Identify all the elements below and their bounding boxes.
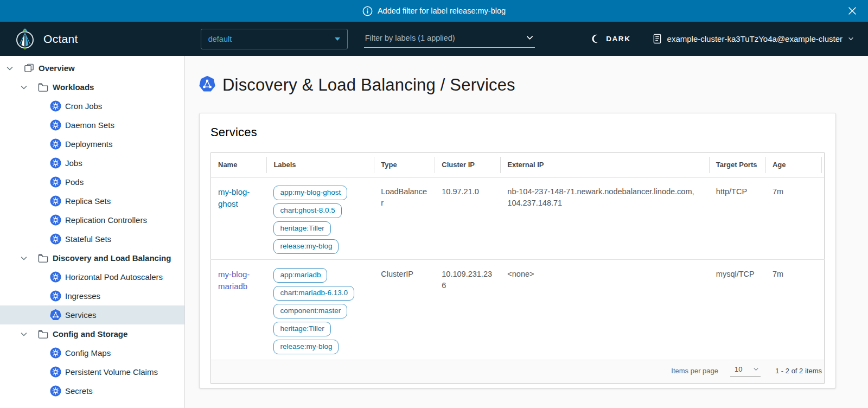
service-type: LoadBalancer <box>374 177 435 260</box>
sidebar-item-persistent-volume-claims[interactable]: Persistent Volume Claims <box>0 362 184 381</box>
sidebar-item-label: Persistent Volume Claims <box>65 367 158 377</box>
sidebar-item-label: Cron Jobs <box>65 101 102 111</box>
sidebar-item-workloads[interactable]: Workloads <box>0 78 184 97</box>
caret-down-icon[interactable] <box>20 83 28 92</box>
label-chip[interactable]: release:my-blog <box>273 239 339 254</box>
k8s-replicaset-icon <box>50 195 61 207</box>
info-circle-icon <box>362 6 373 16</box>
table-row: my-blog-mariadbapp:mariadbchart:mariadb-… <box>211 260 825 360</box>
label-chip[interactable]: heritage:Tiller <box>273 322 330 336</box>
label-chip[interactable]: release:my-blog <box>273 340 339 354</box>
theme-toggle-label: DARK <box>606 35 630 43</box>
notification-message: Added filter for label release:my-blog <box>378 7 506 15</box>
sidebar-item-jobs[interactable]: Jobs <box>0 154 184 173</box>
sidebar-item-label: Replica Sets <box>65 196 111 206</box>
label-filter-text: Filter by labels (1 applied) <box>365 34 455 42</box>
service-name-link[interactable]: my-blog-mariadb <box>218 270 250 291</box>
pagination-range: 1 - 2 of 2 items <box>775 367 822 375</box>
folder-icon <box>37 328 49 340</box>
k8s-ingress-icon <box>50 290 61 302</box>
sidebar-item-label: Daemon Sets <box>65 120 114 130</box>
sidebar-item-horizontal-pod-autoscalers[interactable]: Horizontal Pod Autoscalers <box>0 267 184 286</box>
column-header-target-ports: Target Ports <box>709 153 765 177</box>
caret-down-icon[interactable] <box>20 330 28 339</box>
caret-down-icon[interactable] <box>20 254 28 263</box>
k8s-pvc-icon <box>50 366 61 378</box>
target-ports: http/TCP <box>709 177 765 260</box>
k8s-cronjob-icon <box>50 100 61 112</box>
cluster-context-selector[interactable]: example-cluster-ka3TuTzYo4a@example-clus… <box>653 34 854 44</box>
chevron-down-icon <box>753 366 759 372</box>
label-filter-select[interactable]: Filter by labels (1 applied) <box>364 30 535 48</box>
row-spacer <box>821 177 825 260</box>
sidebar-item-stateful-sets[interactable]: Stateful Sets <box>0 229 184 248</box>
target-ports: mysql/TCP <box>709 260 765 360</box>
label-chip[interactable]: app:my-blog-ghost <box>273 186 347 200</box>
notification-bar: Added filter for label release:my-blog <box>0 0 868 22</box>
external-ip: <none> <box>500 260 709 360</box>
column-header-cluster-ip: Cluster IP <box>435 153 500 177</box>
octant-logo-icon <box>14 28 36 50</box>
cluster-ip: 10.109.231.236 <box>435 260 500 360</box>
folder-icon <box>37 252 49 264</box>
sidebar-item-services[interactable]: Services <box>0 305 184 324</box>
chevron-down-icon <box>526 34 534 42</box>
column-header-age: Age <box>765 153 821 177</box>
column-header-labels: Labels <box>266 153 374 177</box>
namespace-select[interactable]: default <box>201 29 348 49</box>
chevron-down-icon <box>848 36 854 42</box>
namespace-select-value: default <box>208 35 232 43</box>
cluster-ip: 10.97.21.0 <box>435 177 500 260</box>
kubeconfig-icon <box>653 34 662 44</box>
sidebar-item-label: Config and Storage <box>53 329 127 339</box>
k8s-job-icon <box>50 157 61 169</box>
sidebar-item-config-and-storage[interactable]: Config and Storage <box>0 324 184 343</box>
k8s-replicationcontroller-icon <box>50 214 61 226</box>
applications-icon <box>23 62 35 74</box>
items-per-page-value: 10 <box>735 365 742 373</box>
theme-toggle-button[interactable]: DARK <box>592 34 630 43</box>
sidebar-nav: OverviewWorkloads Cron Jobs Daemon Sets … <box>0 56 185 408</box>
sidebar-item-overview[interactable]: Overview <box>0 59 184 78</box>
column-header-name: Name <box>211 153 267 177</box>
sidebar-item-label: Pods <box>65 177 84 187</box>
external-ip: nb-104-237-148-71.newark.nodebalancer.li… <box>500 177 709 260</box>
table-footer: Items per page 10 1 - 2 of 2 items <box>218 365 822 377</box>
sidebar-item-ingresses[interactable]: Ingresses <box>0 286 184 305</box>
cluster-context-label: example-cluster-ka3TuTzYo4a@example-clus… <box>667 34 843 43</box>
sidebar-item-label: Horizontal Pod Autoscalers <box>65 272 163 282</box>
sidebar-item-deployments[interactable]: Deployments <box>0 135 184 154</box>
sidebar-item-label: Discovery and Load Balancing <box>53 253 171 263</box>
label-chip[interactable]: chart:ghost-8.0.5 <box>273 203 341 218</box>
sidebar-item-label: Ingresses <box>65 291 100 301</box>
close-icon[interactable] <box>847 6 857 16</box>
service-type: ClusterIP <box>374 260 435 360</box>
k8s-daemonset-icon <box>50 119 61 131</box>
k8s-hpa-icon <box>50 271 61 283</box>
sidebar-item-label: Services <box>65 310 97 320</box>
column-header-spacer <box>821 153 825 177</box>
k8s-secret-icon <box>50 385 61 397</box>
caret-down-icon[interactable] <box>5 64 14 73</box>
sidebar-item-discovery-and-load-balancing[interactable]: Discovery and Load Balancing <box>0 248 184 267</box>
sidebar-item-cron-jobs[interactable]: Cron Jobs <box>0 97 184 116</box>
row-spacer <box>821 260 825 360</box>
services-table: NameLabelsTypeCluster IPExternal IPTarge… <box>210 152 825 384</box>
service-name-link[interactable]: my-blog-ghost <box>218 187 250 208</box>
k8s-service-icon <box>50 309 61 321</box>
sidebar-item-replica-sets[interactable]: Replica Sets <box>0 192 184 211</box>
sidebar-item-label: Jobs <box>65 158 82 168</box>
label-chip[interactable]: heritage:Tiller <box>273 221 330 236</box>
sidebar-item-config-maps[interactable]: Config Maps <box>0 343 184 362</box>
label-chip[interactable]: chart:mariadb-6.13.0 <box>273 286 354 301</box>
items-per-page-select[interactable]: 10 <box>730 365 761 377</box>
folder-icon <box>37 81 49 93</box>
sidebar-item-daemon-sets[interactable]: Daemon Sets <box>0 116 184 135</box>
sidebar-item-label: Overview <box>39 63 75 73</box>
sidebar-item-pods[interactable]: Pods <box>0 173 184 192</box>
label-chip[interactable]: app:mariadb <box>273 268 327 283</box>
sidebar-item-secrets[interactable]: Secrets <box>0 381 184 400</box>
sidebar-item-replication-controllers[interactable]: Replication Controllers <box>0 211 184 229</box>
label-chip[interactable]: component:master <box>273 304 347 318</box>
column-header-external-ip: External IP <box>500 153 709 177</box>
